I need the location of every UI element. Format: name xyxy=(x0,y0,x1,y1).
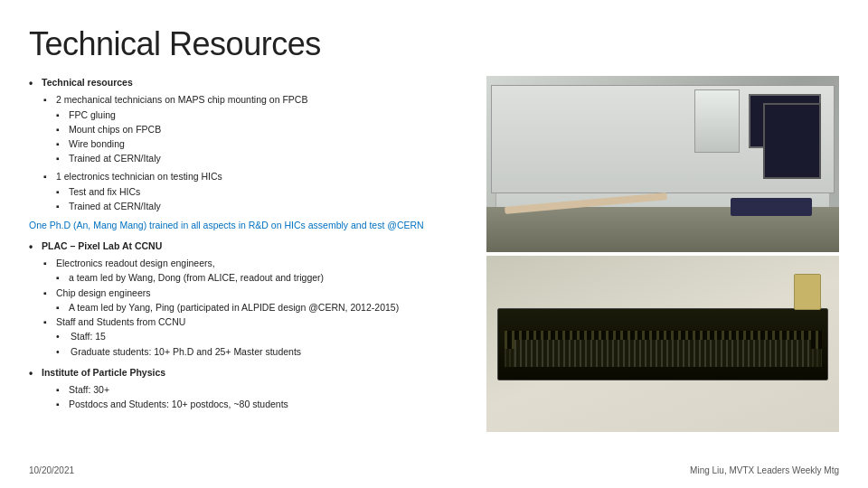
sub-fpc: ▪ FPC gluing xyxy=(56,108,477,122)
section-header-plac: • PLAC – Pixel Lab At CCNU xyxy=(29,239,477,255)
sub-yang-text: A team led by Yang, Ping (participated i… xyxy=(69,301,399,314)
sub-wire: ▪ Wire bonding xyxy=(56,137,477,151)
sub-grad-text: Graduate students: 10+ Ph.D and 25+ Mast… xyxy=(71,345,301,359)
sub-trained-cern2-text: Trained at CERN/Italy xyxy=(69,200,161,213)
section-title-plac: PLAC – Pixel Lab At CCNU xyxy=(42,239,162,253)
sub-test-text: Test and fix HICs xyxy=(69,185,140,199)
pcb-photo-bg xyxy=(486,256,839,432)
slide-title: Technical Resources xyxy=(29,25,839,63)
sub-mount: ▪ Mount chips on FPCB xyxy=(56,123,477,136)
lab-photo-top xyxy=(486,76,839,252)
pcb-photo-bottom xyxy=(486,256,839,432)
item-readout: ▪ Electronics readout design engineers, xyxy=(43,257,477,270)
section-plac: • PLAC – Pixel Lab At CCNU ▪ Electronics… xyxy=(29,239,477,359)
item-mechanical-text: 2 mechanical technicians on MAPS chip mo… xyxy=(56,93,307,107)
item-staff-text: Staff and Students from CCNU xyxy=(56,315,185,329)
footer-date: 10/20/2021 xyxy=(29,465,74,475)
section-title-institute: Institute of Particle Physics xyxy=(42,366,165,380)
content-area: • Technical resources ▪ 2 mechanical tec… xyxy=(29,76,839,432)
sub-postdocs: ▪ Postdocs and Students: 10+ postdocs, ~… xyxy=(56,398,477,411)
highlight-phd: One Ph.D (An, Mang Mang) trained in all … xyxy=(29,219,477,232)
right-column xyxy=(486,76,839,432)
item-chip-text: Chip design engineers xyxy=(56,286,151,300)
slide: Technical Resources • Technical resource… xyxy=(0,0,868,488)
section-header-institute: • Institute of Particle Physics xyxy=(29,366,477,381)
sub-postdocs-text: Postdocs and Students: 10+ postdocs, ~80… xyxy=(69,398,288,411)
sub-yang: ▪ A team led by Yang, Ping (participated… xyxy=(56,301,477,314)
sub-grad: • Graduate students: 10+ Ph.D and 25+ Ma… xyxy=(56,345,477,359)
sub-trained-cern1: ▪ Trained at CERN/Italy xyxy=(56,152,477,165)
item-chip: ▪ Chip design engineers xyxy=(43,286,477,300)
left-column: • Technical resources ▪ 2 mechanical tec… xyxy=(29,76,486,432)
sub-staff15-text: Staff: 15 xyxy=(71,330,106,343)
sub-trained-cern1-text: Trained at CERN/Italy xyxy=(69,152,161,165)
section-technical: • Technical resources ▪ 2 mechanical tec… xyxy=(29,76,477,213)
section-institute: • Institute of Particle Physics ▪ Staff:… xyxy=(29,366,477,412)
sub-staff30: ▪ Staff: 30+ xyxy=(56,383,477,397)
section-header-technical: • Technical resources xyxy=(29,76,477,91)
section-title-technical: Technical resources xyxy=(42,76,133,89)
footer-presenter: Ming Liu, MVTX Leaders Weekly Mtg xyxy=(690,465,839,475)
sub-wang: ▪ a team led by Wang, Dong (from ALICE, … xyxy=(56,271,477,285)
sub-staff15: • Staff: 15 xyxy=(56,330,477,343)
sub-wire-text: Wire bonding xyxy=(69,137,125,151)
sub-trained-cern2: ▪ Trained at CERN/Italy xyxy=(56,200,477,213)
sub-fpc-text: FPC gluing xyxy=(69,108,116,122)
sub-wang-text: a team led by Wang, Dong (from ALICE, re… xyxy=(69,271,324,285)
item-electronics: ▪ 1 electronics technician on testing HI… xyxy=(43,170,477,183)
item-electronics-text: 1 electronics technician on testing HICs xyxy=(56,170,222,183)
item-staff: ▪ Staff and Students from CCNU xyxy=(43,315,477,329)
item-mechanical: ▪ 2 mechanical technicians on MAPS chip … xyxy=(43,93,477,107)
item-readout-text: Electronics readout design engineers, xyxy=(56,257,215,270)
lab-photo-bg xyxy=(486,76,839,252)
sub-mount-text: Mount chips on FPCB xyxy=(69,123,161,136)
sub-test: ▪ Test and fix HICs xyxy=(56,185,477,199)
sub-staff30-text: Staff: 30+ xyxy=(69,383,109,397)
slide-footer: 10/20/2021 Ming Liu, MVTX Leaders Weekly… xyxy=(29,465,839,475)
